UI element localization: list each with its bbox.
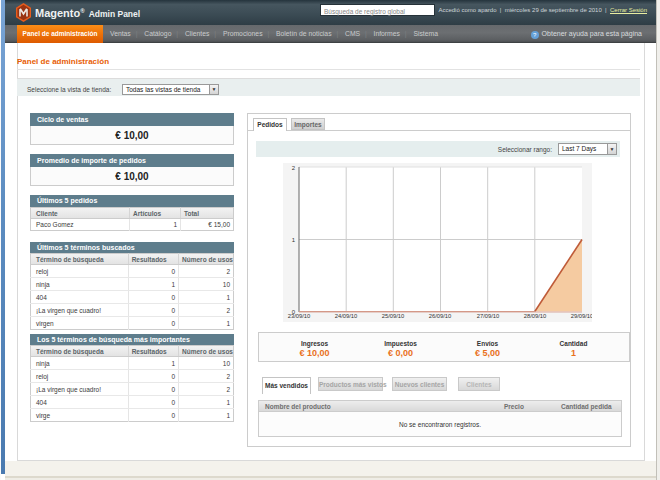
- svg-text:25/09/10: 25/09/10: [382, 313, 405, 319]
- svg-text:29/09/10: 29/09/10: [571, 313, 592, 319]
- svg-text:24/09/10: 24/09/10: [335, 313, 358, 319]
- svg-text:23/09/10: 23/09/10: [288, 313, 311, 319]
- svg-text:26/09/10: 26/09/10: [429, 313, 452, 319]
- svg-text:28/09/10: 28/09/10: [524, 313, 547, 319]
- svg-text:27/09/10: 27/09/10: [477, 313, 500, 319]
